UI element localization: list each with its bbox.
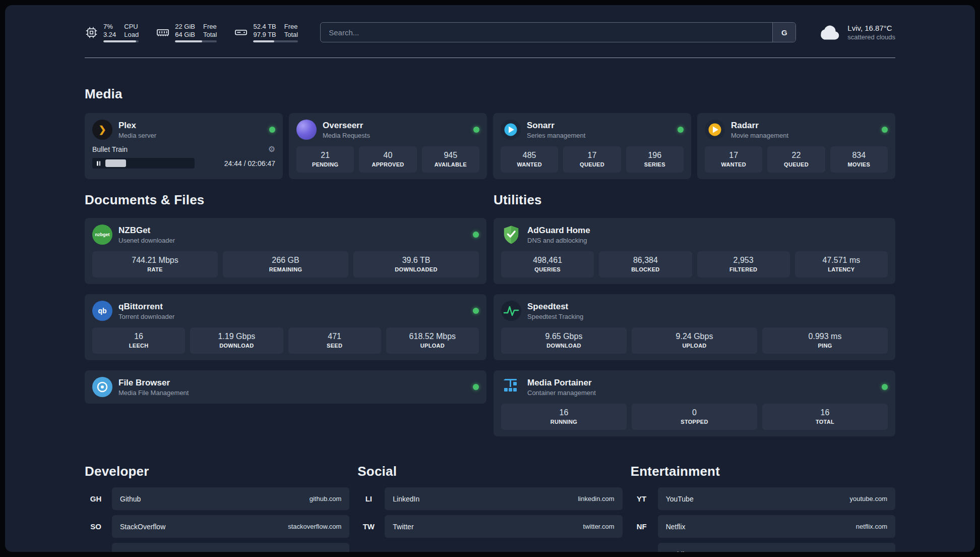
stat-label: DOWNLOADED (355, 266, 477, 272)
app-card-plex[interactable]: ❯ Plex Media server Bullet Train ⚙ (85, 113, 283, 179)
section-title-social: Social (357, 464, 622, 479)
stat-downloaded: 39.6 TB DOWNLOADED (353, 251, 479, 277)
header-divider (85, 58, 895, 58)
bookmark-url: dev.to (324, 550, 341, 552)
bookmark-row-github: GH Github github.com (85, 487, 349, 510)
app-card-adguard[interactable]: AdGuard Home DNS and adblocking 498,461 … (494, 218, 895, 284)
bookmark-link-stackoverflow[interactable]: StackOverflow stackoverflow.com (112, 515, 349, 538)
stat-value: 266 GB (225, 256, 346, 265)
app-card-speedtest[interactable]: Speedtest Speedtest Tracking 9.65 Gbps D… (494, 294, 895, 360)
stat-label: TOTAL (764, 419, 886, 425)
cpu-stat: 7% 3.24 CPU Load (85, 23, 139, 42)
stat-download: 1.19 Gbps DOWNLOAD (190, 327, 283, 354)
bookmark-url: twitter.com (583, 523, 615, 530)
bookmark-link-netflix[interactable]: Netflix netflix.com (658, 515, 895, 538)
stat-value: 1.19 Gbps (192, 332, 281, 341)
stat-value: 945 (424, 151, 477, 160)
disk-free-value: 52.4 TB (253, 23, 276, 30)
stat-value: 40 (361, 151, 414, 160)
search-engine-button[interactable]: G (772, 23, 795, 42)
app-subtitle: Container management (527, 389, 596, 397)
cpu-label: CPU (124, 23, 139, 30)
stat-label: BLOCKED (601, 266, 690, 272)
stat-remaining: 266 GB REMAINING (223, 251, 348, 277)
disk-bar (253, 40, 298, 42)
stat-label: UPLOAD (634, 343, 755, 349)
stat-label: RUNNING (503, 419, 625, 425)
bookmark-abbr: YT (631, 494, 653, 503)
app-subtitle: Torrent downloader (118, 313, 174, 320)
bookmark-link-reddit[interactable]: Reddit reddit.com (658, 543, 895, 552)
stat-label: WANTED (707, 161, 760, 168)
section-title-developer: Developer (85, 464, 349, 479)
section-title-media: Media (85, 86, 895, 102)
app-card-qbittorrent[interactable]: qb qBittorrent Torrent downloader 16 LEE… (85, 294, 486, 360)
stat-value: 2,953 (699, 256, 788, 265)
app-subtitle: Movie management (731, 132, 788, 139)
bookmark-row-netflix: NF Netflix netflix.com (631, 515, 895, 538)
stat-label: RATE (94, 266, 216, 272)
section-title-entertainment: Entertainment (631, 464, 895, 479)
ram-free-value: 22 GiB (175, 23, 195, 30)
app-name: Sonarr (527, 121, 585, 131)
app-card-filebrowser[interactable]: File Browser Media File Management (85, 370, 486, 404)
stat-stopped: 0 STOPPED (632, 404, 757, 430)
now-playing-title: Bullet Train (92, 145, 128, 153)
stat-value: 9.65 Gbps (503, 332, 625, 341)
stat-queued: 17 QUEUED (563, 146, 621, 173)
bookmark-link-twitter[interactable]: Twitter twitter.com (385, 515, 622, 538)
stat-upload: 618.52 Mbps UPLOAD (386, 327, 479, 354)
weather-condition: scattered clouds (847, 33, 895, 41)
radarr-icon (705, 120, 725, 140)
app-card-overseerr[interactable]: Overseerr Media Requests 21 PENDING 40 A… (289, 113, 487, 179)
qbittorrent-icon: qb (92, 301, 112, 321)
stat-latency: 47.571 ms LATENCY (795, 251, 888, 277)
search-input[interactable] (320, 22, 796, 42)
stat-value: 834 (832, 151, 886, 160)
stat-blocked: 86,384 BLOCKED (599, 251, 692, 277)
stat-running: 16 RUNNING (501, 404, 627, 430)
stat-value: 17 (707, 151, 760, 160)
stat-available: 945 AVAILABLE (422, 146, 479, 173)
stat-label: QUERIES (503, 266, 592, 272)
bookmark-link-github[interactable]: Github github.com (112, 487, 349, 510)
app-card-portainer[interactable]: Media Portainer Container management 16 … (494, 370, 895, 436)
stat-value: 17 (565, 151, 619, 160)
stat-approved: 40 APPROVED (359, 146, 416, 173)
app-subtitle: DNS and adblocking (527, 237, 590, 244)
stat-label: DOWNLOAD (503, 343, 625, 349)
bookmark-name: YouTube (666, 495, 694, 503)
app-card-radarr[interactable]: Radarr Movie management 17 WANTED 22 QUE… (697, 113, 895, 179)
bookmark-name: DEV (120, 550, 135, 552)
status-online-dot (269, 127, 275, 133)
app-subtitle: Speedtest Tracking (527, 313, 583, 320)
app-card-nzbget[interactable]: nzbget NZBGet Usenet downloader 744.21 M… (85, 218, 486, 284)
weather-location: Lviv, 16.87°C (847, 24, 895, 32)
section-media: Media ❯ Plex Media server Bullet Tr (85, 86, 895, 179)
adguard-icon (501, 225, 521, 245)
stat-value: 47.571 ms (797, 256, 886, 265)
section-entertainment: Entertainment YT YouTube youtube.com NF … (631, 464, 895, 552)
seek-bar[interactable] (92, 158, 195, 169)
stat-label: SEED (290, 343, 379, 349)
stat-label: STOPPED (634, 419, 755, 425)
gear-icon[interactable]: ⚙ (268, 145, 275, 153)
stat-label: APPROVED (361, 161, 414, 168)
stat-value: 618.52 Mbps (388, 332, 477, 341)
bookmark-abbr: RE (631, 550, 653, 552)
bookmark-url: github.com (310, 495, 342, 503)
seek-progress (105, 159, 126, 167)
bookmark-link-youtube[interactable]: YouTube youtube.com (658, 487, 895, 510)
bookmark-url: reddit.com (856, 550, 887, 552)
bookmark-link-linkedin[interactable]: LinkedIn linkedin.com (385, 487, 622, 510)
plex-now-playing: Bullet Train ⚙ 24:44 / 02:06:47 (92, 145, 275, 169)
stat-label: DOWNLOAD (192, 343, 281, 349)
pause-icon[interactable] (97, 161, 100, 165)
app-name: AdGuard Home (527, 226, 590, 236)
bookmark-link-dev[interactable]: DEV dev.to (112, 543, 349, 552)
status-online-dot (882, 127, 888, 133)
app-card-sonarr[interactable]: Sonarr Series management 485 WANTED 17 Q… (493, 113, 691, 179)
stat-label: MOVIES (832, 161, 886, 168)
sonarr-icon (501, 120, 521, 140)
header: 7% 3.24 CPU Load (85, 5, 895, 42)
